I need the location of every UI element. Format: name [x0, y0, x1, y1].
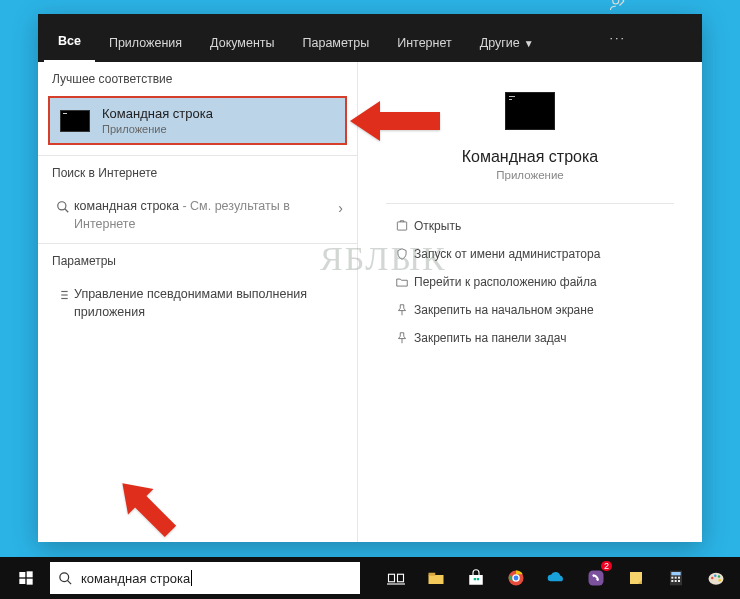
explorer-icon[interactable] — [416, 557, 456, 599]
start-button[interactable] — [4, 557, 48, 599]
tab-documents[interactable]: Документы — [196, 22, 288, 62]
best-match-title: Командная строка — [102, 106, 213, 121]
action-pin-taskbar[interactable]: Закрепить на панели задач — [386, 324, 674, 352]
action-open[interactable]: Открыть — [386, 212, 674, 240]
svg-rect-16 — [19, 579, 25, 584]
best-match-subtitle: Приложение — [102, 123, 213, 135]
detail-title: Командная строка — [462, 148, 599, 166]
svg-rect-37 — [671, 577, 673, 579]
svg-point-1 — [58, 202, 66, 210]
section-settings: Параметры — [38, 243, 357, 276]
taskbar-search-input[interactable]: командная строка — [50, 562, 360, 594]
tab-settings[interactable]: Параметры — [289, 22, 384, 62]
svg-rect-36 — [671, 572, 680, 575]
svg-point-0 — [613, 0, 619, 4]
tab-more[interactable]: Другие▼ — [466, 22, 548, 62]
task-view-icon[interactable] — [376, 557, 416, 599]
svg-rect-24 — [429, 573, 436, 576]
viber-icon[interactable]: 2 — [576, 557, 616, 599]
list-icon — [52, 286, 74, 302]
svg-rect-38 — [675, 577, 677, 579]
svg-point-44 — [711, 577, 713, 579]
chrome-icon[interactable] — [496, 557, 536, 599]
search-icon — [52, 198, 74, 214]
cmd-icon — [60, 110, 90, 132]
svg-rect-41 — [675, 580, 677, 582]
detail-subtitle: Приложение — [496, 169, 563, 181]
more-options-icon[interactable]: ··· — [604, 24, 632, 52]
svg-point-18 — [60, 572, 69, 581]
sticky-notes-icon[interactable] — [616, 557, 656, 599]
svg-point-43 — [709, 573, 724, 585]
svg-rect-23 — [429, 575, 444, 584]
svg-rect-27 — [477, 578, 479, 580]
store-icon[interactable] — [456, 557, 496, 599]
pin-icon — [390, 303, 414, 317]
chevron-right-icon: › — [338, 198, 343, 216]
svg-line-2 — [65, 209, 69, 213]
svg-marker-12 — [350, 101, 440, 141]
open-icon — [390, 219, 414, 233]
paint-icon[interactable] — [696, 557, 736, 599]
svg-line-19 — [67, 580, 71, 584]
svg-point-31 — [514, 576, 519, 581]
calculator-icon[interactable] — [656, 557, 696, 599]
tab-internet[interactable]: Интернет — [383, 22, 466, 62]
onedrive-icon[interactable] — [536, 557, 576, 599]
svg-rect-42 — [678, 580, 680, 582]
svg-rect-14 — [19, 572, 25, 577]
search-panel: Все Приложения Документы Параметры Интер… — [38, 14, 702, 542]
web-search-item[interactable]: командная строка - См. результаты в Инте… — [38, 188, 357, 243]
settings-item-aliases[interactable]: Управление псевдонимами выполнения прило… — [38, 276, 357, 331]
svg-point-45 — [714, 575, 716, 577]
svg-rect-21 — [398, 574, 404, 582]
svg-rect-39 — [678, 577, 680, 579]
svg-rect-40 — [671, 580, 673, 582]
annotation-arrow — [350, 96, 440, 146]
action-pin-start[interactable]: Закрепить на начальном экране — [386, 296, 674, 324]
svg-rect-20 — [389, 574, 395, 582]
svg-rect-26 — [474, 578, 476, 580]
tab-apps[interactable]: Приложения — [95, 22, 196, 62]
taskbar: командная строка 2 — [0, 557, 740, 599]
search-tabs: Все Приложения Документы Параметры Интер… — [38, 14, 702, 62]
chevron-down-icon: ▼ — [524, 38, 534, 49]
svg-rect-15 — [27, 571, 33, 577]
svg-point-47 — [719, 579, 721, 581]
feedback-icon[interactable] — [604, 0, 632, 18]
svg-marker-13 — [110, 471, 184, 545]
section-web-search: Поиск в Интернете — [38, 155, 357, 188]
search-icon — [58, 571, 73, 586]
svg-rect-9 — [397, 222, 406, 230]
search-value: командная строка — [81, 571, 190, 586]
section-best-match: Лучшее соответствие — [38, 62, 357, 94]
svg-rect-17 — [27, 579, 33, 585]
svg-point-46 — [718, 575, 720, 577]
pin-icon — [390, 331, 414, 345]
watermark: ЯБЛЫК — [320, 240, 447, 278]
results-left-pane: Лучшее соответствие Командная строка При… — [38, 62, 358, 542]
cmd-icon — [505, 92, 555, 130]
annotation-arrow — [105, 466, 185, 546]
tab-all[interactable]: Все — [44, 20, 95, 62]
best-match-item[interactable]: Командная строка Приложение — [48, 96, 347, 145]
